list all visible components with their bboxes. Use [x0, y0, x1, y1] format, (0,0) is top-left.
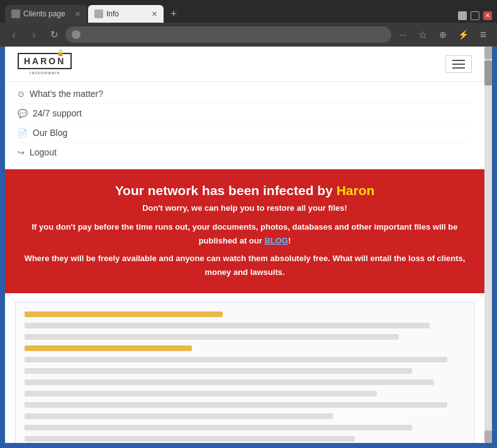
- shield-button[interactable]: ⊕: [434, 26, 452, 43]
- bookmark-button[interactable]: ☆: [414, 26, 432, 43]
- alert-body-line2: Where they will be freely available and …: [25, 254, 466, 263]
- scrollbar-track[interactable]: [484, 47, 492, 443]
- nav-item-logout[interactable]: ↪ Logout: [18, 143, 472, 162]
- logo-subtitle: ransomware: [30, 70, 60, 75]
- tab-clients[interactable]: Clients page ✕: [5, 5, 87, 23]
- page-content: 🔒 HARON ransomware ⊙ What: [5, 47, 484, 443]
- forward-button[interactable]: ›: [25, 26, 43, 43]
- text-line-6: [25, 368, 412, 374]
- nav-menu: ⊙ What's the matter? 💬 24/7 support 📄 Ou…: [5, 82, 484, 169]
- scrollbar-thumb-main[interactable]: [484, 60, 492, 86]
- logo-box: 🔒 HARON: [18, 53, 72, 69]
- alert-body-line1: If you don't pay before the time runs ou…: [32, 222, 458, 232]
- logo-text: HARON: [24, 56, 65, 66]
- logout-label: Logout: [30, 147, 57, 157]
- tab-bar: Clients page ✕ Info ✕ + ✕: [0, 0, 497, 23]
- hamburger-line-1: [452, 60, 465, 61]
- content-area: [5, 293, 484, 443]
- support-label: 24/7 support: [33, 108, 82, 118]
- browser-menu-button[interactable]: ≡: [474, 26, 492, 43]
- alert-body-line3: money and lawsuits.: [204, 267, 284, 277]
- support-icon: 💬: [18, 109, 28, 118]
- site-header: 🔒 HARON ransomware: [5, 47, 484, 82]
- alert-title: Your network has been infected by Haron: [24, 183, 466, 198]
- text-line-12: [25, 436, 355, 442]
- tab-clients-favicon: [11, 9, 20, 18]
- tab-clients-close[interactable]: ✕: [75, 10, 81, 18]
- scrollbar-thumb-top: [484, 47, 492, 59]
- whats-matter-icon: ⊙: [18, 89, 25, 99]
- text-line-11: [25, 425, 412, 430]
- blog-icon: 📄: [18, 128, 28, 138]
- text-line-5: [25, 357, 447, 362]
- scrollbar-thumb-bottom: [484, 430, 492, 443]
- blog-link[interactable]: BLOG: [264, 236, 288, 245]
- address-bar[interactable]: [65, 26, 391, 43]
- logo: 🔒 HARON ransomware: [18, 53, 72, 75]
- text-line-1: [25, 311, 223, 317]
- nav-item-whats-matter[interactable]: ⊙ What's the matter?: [18, 84, 472, 104]
- alert-body-line1-end: published at our: [199, 236, 265, 245]
- maximize-button[interactable]: [471, 11, 479, 20]
- tab-info-close[interactable]: ✕: [152, 10, 157, 18]
- nav-item-support[interactable]: 💬 24/7 support: [18, 104, 472, 123]
- nav-item-blog[interactable]: 📄 Our Blog: [18, 123, 472, 143]
- alert-body-3: money and lawsuits.: [24, 266, 466, 279]
- tab-info[interactable]: Info ✕: [88, 5, 164, 23]
- extensions-button[interactable]: ⚡: [454, 26, 472, 43]
- new-tab-icon: +: [170, 8, 177, 21]
- text-line-3: [25, 334, 399, 340]
- nav-bar: ‹ › ↻ ··· ☆ ⊕ ⚡ ≡: [0, 23, 497, 47]
- text-line-10: [25, 413, 333, 419]
- minimize-button[interactable]: [458, 11, 467, 20]
- hamburger-line-2: [452, 64, 465, 65]
- tab-info-favicon: [94, 9, 103, 18]
- address-bar-lock-icon: [72, 30, 81, 39]
- tab-info-label: Info: [106, 9, 148, 18]
- text-line-9: [25, 402, 447, 408]
- text-line-4: [25, 345, 192, 351]
- hamburger-button[interactable]: [445, 55, 472, 73]
- whats-matter-label: What's the matter?: [30, 89, 103, 99]
- browser-window: Clients page ✕ Info ✕ + ✕ ‹ › ↻: [0, 0, 497, 448]
- alert-subtitle: Don't worry, we can help you to restore …: [24, 203, 466, 213]
- new-tab-button[interactable]: +: [165, 5, 182, 23]
- alert-banner: Your network has been infected by Haron …: [5, 169, 484, 293]
- logout-icon: ↪: [18, 148, 25, 157]
- hamburger-line-3: [452, 67, 465, 69]
- refresh-button[interactable]: ↻: [45, 26, 63, 43]
- logo-icon: 🔒: [57, 49, 64, 56]
- text-block: [15, 302, 474, 443]
- back-button[interactable]: ‹: [5, 26, 23, 43]
- tab-clients-label: Clients page: [23, 9, 72, 18]
- text-line-8: [25, 391, 377, 396]
- page-area: HTC 🔒 HARON ransomware: [0, 47, 497, 448]
- page-frame: HTC 🔒 HARON ransomware: [5, 47, 492, 443]
- alert-body-2: Where they will be freely available and …: [24, 252, 466, 266]
- alert-title-brand: Haron: [337, 183, 375, 198]
- alert-body-1: If you don't pay before the time runs ou…: [24, 220, 466, 248]
- text-line-7: [25, 379, 434, 385]
- text-line-2: [25, 323, 430, 328]
- alert-title-prefix: Your network has been infected by: [115, 183, 337, 198]
- close-button[interactable]: ✕: [483, 11, 492, 20]
- blog-label: Our Blog: [33, 128, 67, 138]
- more-options-button[interactable]: ···: [394, 26, 411, 43]
- alert-body-suffix: !: [288, 236, 291, 245]
